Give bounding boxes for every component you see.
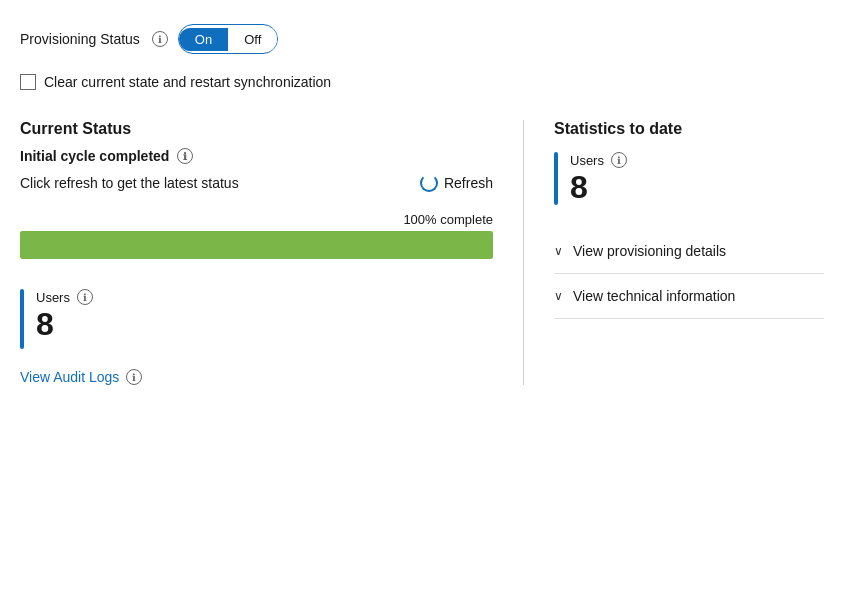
refresh-row: Click refresh to get the latest status R… bbox=[20, 174, 493, 192]
checkbox-label: Clear current state and restart synchron… bbox=[44, 74, 331, 90]
initial-cycle-label: Initial cycle completed bbox=[20, 148, 169, 164]
view-audit-logs-link[interactable]: View Audit Logs bbox=[20, 369, 119, 385]
provisioning-chevron-icon: ∨ bbox=[554, 244, 563, 258]
users-content: Users ℹ 8 bbox=[36, 289, 93, 349]
users-bar-indicator bbox=[20, 289, 24, 349]
current-status-title: Current Status bbox=[20, 120, 493, 138]
clear-state-checkbox[interactable] bbox=[20, 74, 36, 90]
view-provisioning-details-label: View provisioning details bbox=[573, 243, 726, 259]
audit-link-row: View Audit Logs ℹ bbox=[20, 369, 493, 385]
stats-users-content: Users ℹ 8 bbox=[570, 152, 627, 205]
stats-users-section: Users ℹ 8 bbox=[554, 152, 824, 205]
checkbox-row: Clear current state and restart synchron… bbox=[20, 74, 824, 90]
refresh-button[interactable]: Refresh bbox=[420, 174, 493, 192]
stats-bar-indicator bbox=[554, 152, 558, 205]
provisioning-status-label: Provisioning Status bbox=[20, 31, 140, 47]
progress-section: 100% complete bbox=[20, 212, 493, 259]
bottom-users-section: Users ℹ 8 bbox=[20, 289, 493, 349]
progress-bar-fill bbox=[20, 231, 493, 259]
provisioning-info-icon[interactable]: ℹ bbox=[152, 31, 168, 47]
stats-users-label: Users bbox=[570, 153, 604, 168]
refresh-icon bbox=[420, 174, 438, 192]
initial-cycle-row: Initial cycle completed ℹ bbox=[20, 148, 493, 164]
view-provisioning-details-row[interactable]: ∨ View provisioning details bbox=[554, 229, 824, 274]
users-label-row: Users ℹ bbox=[36, 289, 93, 305]
statistics-title: Statistics to date bbox=[554, 120, 824, 138]
view-technical-info-row[interactable]: ∨ View technical information bbox=[554, 274, 824, 319]
refresh-button-label: Refresh bbox=[444, 175, 493, 191]
view-technical-info-label: View technical information bbox=[573, 288, 735, 304]
left-column: Current Status Initial cycle completed ℹ… bbox=[20, 120, 524, 385]
progress-label: 100% complete bbox=[20, 212, 493, 227]
main-layout: Current Status Initial cycle completed ℹ… bbox=[20, 120, 824, 385]
users-label: Users bbox=[36, 290, 70, 305]
toggle-off-option[interactable]: Off bbox=[228, 28, 277, 51]
initial-cycle-info-icon[interactable]: ℹ bbox=[177, 148, 193, 164]
stats-users-count: 8 bbox=[570, 170, 627, 205]
technical-chevron-icon: ∨ bbox=[554, 289, 563, 303]
users-count: 8 bbox=[36, 307, 93, 342]
audit-logs-info-icon[interactable]: ℹ bbox=[126, 369, 142, 385]
toggle-switch[interactable]: On Off bbox=[178, 24, 278, 54]
stats-users-label-row: Users ℹ bbox=[570, 152, 627, 168]
stats-users-info-icon[interactable]: ℹ bbox=[611, 152, 627, 168]
provisioning-status-row: Provisioning Status ℹ On Off bbox=[20, 24, 824, 54]
users-info-icon[interactable]: ℹ bbox=[77, 289, 93, 305]
progress-bar-background bbox=[20, 231, 493, 259]
refresh-hint-text: Click refresh to get the latest status bbox=[20, 175, 239, 191]
right-column: Statistics to date Users ℹ 8 ∨ View prov… bbox=[524, 120, 824, 385]
toggle-on-option[interactable]: On bbox=[179, 28, 228, 51]
